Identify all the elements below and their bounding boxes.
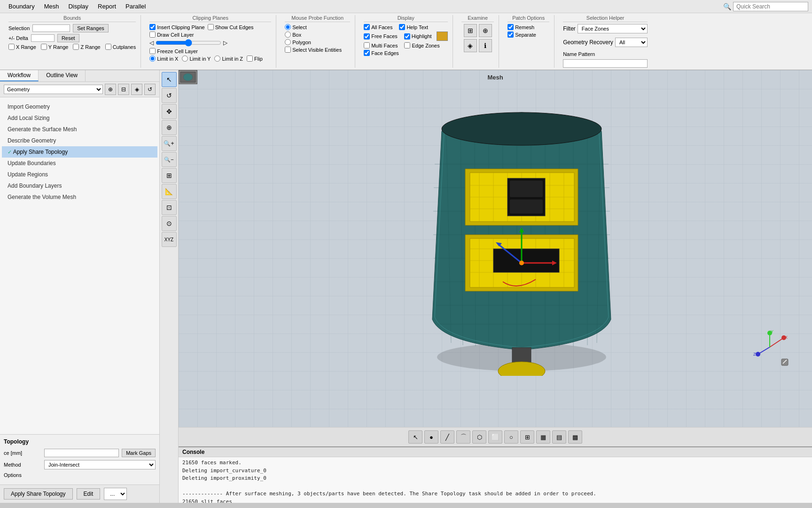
zoom-out-tool[interactable]: 🔍− — [162, 152, 177, 167]
patch-options-title: Patch Options — [508, 15, 549, 22]
mouse-probe-section: Mouse Probe Function Select Box Polygon … — [280, 15, 355, 68]
free-faces-cb[interactable] — [364, 33, 370, 40]
help-text-cb[interactable] — [399, 24, 405, 30]
cutplanes-cb[interactable] — [105, 44, 111, 50]
workflow-item-2[interactable]: Generate the Surface Mesh — [2, 124, 157, 135]
delta-input[interactable]: 0 — [31, 34, 55, 42]
workflow-item-5[interactable]: Update Boundaries — [2, 158, 157, 169]
limit-z-radio[interactable] — [214, 56, 220, 62]
vp-grid2-btn[interactable]: ▤ — [552, 430, 566, 444]
highlight-cb[interactable] — [404, 33, 410, 40]
cursor-tool[interactable]: ↖ — [162, 72, 177, 87]
menu-report[interactable]: Report — [93, 2, 121, 11]
show-cut-cb[interactable] — [208, 24, 214, 30]
set-ranges-btn[interactable]: Set Ranges — [73, 24, 108, 32]
separate-cb[interactable] — [508, 32, 514, 38]
flip-cb[interactable] — [247, 56, 253, 62]
workflow-item-1[interactable]: Add Local Sizing — [2, 112, 157, 124]
zoom-fit-tool[interactable]: ⊕ — [162, 120, 177, 135]
vp-box-btn[interactable]: ⬜ — [488, 430, 502, 444]
zoom-box-tool[interactable]: ⊞ — [162, 168, 177, 183]
geo-recovery-select[interactable]: All — [615, 38, 648, 47]
zoom-in-tool[interactable]: 🔍+ — [162, 136, 177, 151]
more-dropdown[interactable]: ... — [104, 488, 127, 500]
search-icon: 🔍 — [723, 3, 731, 10]
probe-tool[interactable]: ⊙ — [162, 216, 177, 231]
selection-input[interactable] — [32, 24, 70, 32]
examine-icon-3[interactable]: ◈ — [464, 39, 477, 52]
axis-tool[interactable]: XYZ — [162, 232, 177, 247]
limit-x-radio[interactable] — [149, 56, 156, 62]
console-line-5: 21650 slit faces — [182, 498, 808, 503]
workflow-item-7[interactable]: Add Boundary Layers — [2, 180, 157, 191]
examine-icon-2[interactable]: ⊕ — [479, 24, 492, 37]
workflow-item-8[interactable]: Generate the Volume Mesh — [2, 191, 157, 203]
tolerance-input[interactable]: 1.5 — [44, 449, 119, 457]
box-radio[interactable] — [285, 32, 291, 38]
all-faces-cb[interactable] — [364, 24, 370, 30]
x-range-label: X Range — [16, 44, 36, 50]
display-title: Display — [364, 15, 448, 22]
edit-btn[interactable]: Edit — [77, 488, 101, 500]
draw-cell-cb[interactable] — [149, 32, 156, 38]
y-range-cb[interactable] — [41, 44, 47, 50]
examine-icon-1[interactable]: ⊞ — [464, 24, 477, 37]
examine-icon-4[interactable]: ℹ — [479, 39, 492, 52]
freeze-cell-cb[interactable] — [149, 48, 156, 54]
geometry-select[interactable]: Geometry — [4, 85, 103, 94]
name-pattern-input[interactable] — [563, 59, 648, 68]
move-tool[interactable]: ✥ — [162, 104, 177, 119]
z-range-cb[interactable] — [73, 44, 79, 50]
outline-icon-1[interactable]: ⊕ — [105, 84, 116, 95]
workflow-item-6[interactable]: Update Regions — [2, 169, 157, 180]
rotate-tool[interactable]: ↺ — [162, 88, 177, 103]
tab-workflow[interactable]: Workflow — [0, 70, 39, 81]
mark-gaps-btn[interactable]: Mark Gaps — [122, 449, 156, 457]
workflow-item-3[interactable]: Describe Geometry — [2, 135, 157, 146]
multi-faces-cb[interactable] — [364, 42, 370, 48]
menu-mesh[interactable]: Mesh — [39, 2, 64, 11]
multi-faces-label: Multi Faces — [371, 43, 398, 48]
thumbnail[interactable] — [179, 70, 197, 84]
reset-btn[interactable]: Reset — [57, 34, 79, 42]
vp-sphere-btn[interactable]: ○ — [504, 430, 518, 444]
vp-poly-btn[interactable]: ⬡ — [472, 430, 486, 444]
workflow-item-0[interactable]: Import Geometry — [2, 101, 157, 112]
menu-parallel[interactable]: Parallel — [121, 2, 150, 11]
frame-tool[interactable]: ⊡ — [162, 200, 177, 215]
y-range-label: Y Range — [48, 44, 69, 50]
vp-group-btn[interactable]: ⊞ — [520, 430, 534, 444]
vp-grid3-btn[interactable]: ▩ — [568, 430, 582, 444]
face-edges-cb[interactable] — [364, 50, 370, 56]
outline-icon-2[interactable]: ⊟ — [118, 84, 129, 95]
outline-icon-4[interactable]: ↺ — [144, 84, 156, 95]
vp-dot-btn[interactable]: ● — [424, 430, 438, 444]
outline-icon-3[interactable]: ◈ — [131, 84, 142, 95]
apply-share-topology-btn[interactable]: Apply Share Topology — [4, 488, 73, 500]
remesh-cb[interactable] — [508, 24, 514, 30]
method-select[interactable]: Join-Intersect — [44, 460, 156, 469]
polygon-radio[interactable] — [285, 39, 291, 45]
select-visible-cb[interactable] — [285, 47, 291, 53]
insert-clip-cb[interactable] — [149, 24, 156, 30]
filter-select[interactable]: Face Zones — [578, 24, 648, 33]
x-range-cb[interactable] — [8, 44, 15, 50]
viewport-3d[interactable]: Mesh — [179, 70, 812, 427]
edge-zones-cb[interactable] — [404, 42, 410, 48]
menu-display[interactable]: Display — [63, 2, 93, 11]
workflow-item-4[interactable]: ✓ Apply Share Topology — [2, 146, 157, 158]
vp-arc-btn[interactable]: ⌒ — [456, 430, 470, 444]
menu-boundary[interactable]: Boundary — [4, 2, 39, 11]
tab-outline[interactable]: Outline View — [39, 70, 86, 81]
vp-line-btn[interactable]: ╱ — [440, 430, 454, 444]
limit-y-radio[interactable] — [182, 56, 188, 62]
vp-grid1-btn[interactable]: ▦ — [536, 430, 550, 444]
selection-helper-content: Filter Face Zones Geometry Recovery All … — [563, 24, 648, 68]
highlight-color-swatch[interactable] — [437, 32, 448, 41]
select-radio[interactable] — [285, 24, 291, 30]
measure-tool[interactable]: 📐 — [162, 184, 177, 199]
vp-select-btn[interactable]: ↖ — [408, 430, 422, 444]
search-input[interactable] — [733, 2, 808, 11]
clip-slider[interactable] — [156, 39, 221, 47]
clipping-section: Clipping Planes Insert Clipping Plane Sh… — [145, 15, 276, 68]
